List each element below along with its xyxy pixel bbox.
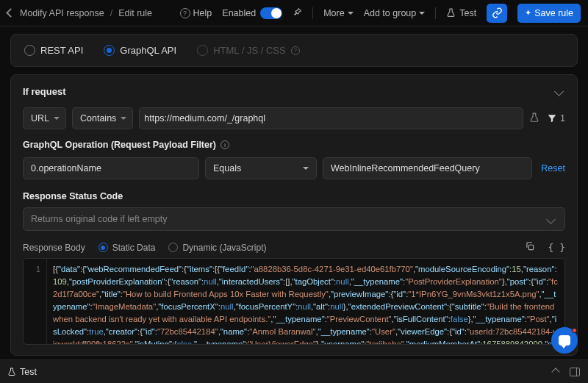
caret-down-icon <box>419 12 425 15</box>
format-json-icon[interactable]: { } <box>548 242 565 253</box>
operator-select[interactable]: Contains <box>72 107 133 129</box>
enabled-label: Enabled <box>222 8 256 18</box>
pin-icon[interactable] <box>293 7 302 19</box>
flask-icon <box>7 368 16 376</box>
copy-icon[interactable] <box>525 241 535 254</box>
radio-html-js-css: HTML / JS / CSS ? <box>197 45 299 56</box>
radio-graphql-api[interactable]: GraphQL API <box>104 45 176 56</box>
if-request-panel: If request URL Contains 1 GraphQL Operat… <box>10 74 578 356</box>
enabled-toggle[interactable] <box>260 7 282 19</box>
caret-down-icon <box>303 167 309 170</box>
payload-key-input[interactable]: 0.operationName <box>23 157 199 179</box>
api-type-panel: REST API GraphQL API HTML / JS / CSS ? <box>10 34 578 67</box>
caret-down-icon <box>54 117 60 120</box>
caret-down-icon <box>121 117 126 120</box>
svg-rect-0 <box>528 245 533 249</box>
payload-value-input[interactable]: WebInlineRecommendedFeedQuery <box>323 157 532 179</box>
notification-dot <box>572 328 577 333</box>
expand-panel-icon[interactable] <box>550 369 562 375</box>
bottom-test-button[interactable]: Test <box>7 367 37 377</box>
caret-down-icon <box>546 215 556 224</box>
breadcrumb-current: Edit rule <box>118 8 152 18</box>
side-panel-icon[interactable] <box>569 368 581 376</box>
breadcrumb-separator: / <box>110 8 112 18</box>
info-icon[interactable]: i <box>220 140 229 149</box>
radio-static-data[interactable]: Static Data <box>98 243 156 253</box>
radio-dynamic-js[interactable]: Dynamic (JavaScript) <box>168 243 266 253</box>
help-icon: ? <box>180 8 190 18</box>
status-code-label: Response Status Code <box>23 191 565 201</box>
info-icon[interactable]: ? <box>291 46 300 55</box>
caret-down-icon <box>348 12 354 15</box>
back-icon[interactable] <box>6 8 15 18</box>
help-link[interactable]: ? Help <box>180 8 212 18</box>
bottom-bar: Test <box>0 359 588 383</box>
star-icon: ✦ <box>525 8 531 18</box>
filter-icon[interactable]: 1 <box>547 113 565 124</box>
link-icon <box>492 7 503 18</box>
source-type-select[interactable]: URL <box>23 107 66 129</box>
payload-filter-label: GraphQL Operation (Request Payload Filte… <box>23 140 565 150</box>
chat-bubble-button[interactable] <box>551 327 578 354</box>
breadcrumb-parent[interactable]: Modify API response <box>20 8 104 18</box>
test-button[interactable]: Test <box>446 8 476 18</box>
reset-link[interactable]: Reset <box>541 163 565 173</box>
test-url-icon[interactable] <box>529 112 539 125</box>
flask-icon <box>446 8 456 18</box>
response-body-label: Response Body <box>23 243 85 253</box>
chat-icon <box>559 335 570 346</box>
url-input[interactable] <box>140 107 523 129</box>
top-bar: Modify API response / Edit rule ? Help E… <box>0 0 588 26</box>
payload-op-select[interactable]: Equals <box>205 157 317 179</box>
save-rule-button[interactable]: ✦ Save rule <box>517 4 581 23</box>
response-body-editor[interactable]: 1 [{"data":{"webRecommendedFeed":{"items… <box>23 258 565 345</box>
add-to-group-menu[interactable]: Add to group <box>364 8 426 18</box>
collapse-icon[interactable] <box>554 87 564 96</box>
status-code-select[interactable]: Returns original code if left empty <box>23 207 565 231</box>
radio-rest-api[interactable]: REST API <box>24 45 83 56</box>
more-menu[interactable]: More <box>323 8 353 18</box>
if-request-title: If request <box>23 86 66 97</box>
share-button[interactable] <box>487 4 507 23</box>
